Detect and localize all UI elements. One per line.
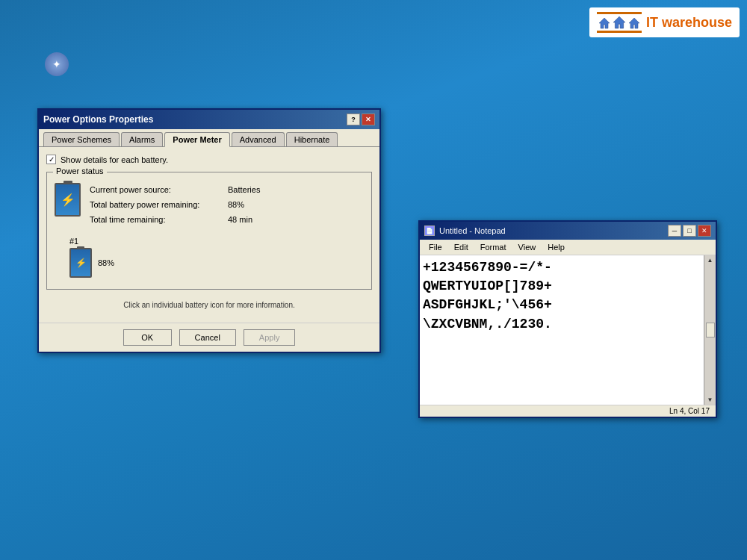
dialog-tabs: Power Schemes Alarms Power Meter Advance… <box>39 129 379 147</box>
house-icon-1 <box>598 17 610 29</box>
checkbox-row: ✓ Show details for each battery. <box>46 155 372 164</box>
logo-text: IT warehouse <box>646 15 732 31</box>
notepad-window: 📄 Untitled - Notepad ─ □ ✕ File Edit For… <box>418 220 717 418</box>
notepad-statusbar: Ln 4, Col 17 <box>420 405 716 417</box>
current-source-value: Batteries <box>228 183 260 198</box>
time-remaining-label: Total time remaining: <box>90 213 220 228</box>
menu-help[interactable]: Help <box>542 241 571 253</box>
tab-hibernate[interactable]: Hibernate <box>286 132 338 146</box>
desktop: ✦ IT warehouse Power Optio <box>0 0 747 560</box>
notepad-line-2: QWERTYUIOP[]789+ <box>423 277 701 296</box>
notepad-title-left: 📄 Untitled - Notepad <box>424 225 506 236</box>
menu-file[interactable]: File <box>423 241 448 253</box>
battery-small-bolt: ⚡ <box>75 258 87 268</box>
notepad-text[interactable]: +1234567890-=/*- QWERTYUIOP[]789+ ASDFGH… <box>420 255 704 405</box>
battery-icon-large: ⚡ <box>55 183 81 217</box>
dialog-titlebar: Power Options Properties ? ✕ <box>39 110 379 129</box>
battery-bolt-icon: ⚡ <box>61 193 75 207</box>
notepad-title: Untitled - Notepad <box>439 226 506 235</box>
desktop-icon[interactable]: ✦ <box>45 52 69 76</box>
power-status-row: ⚡ Current power source: Batteries Total … <box>55 177 364 233</box>
logo-area: IT warehouse <box>589 7 740 37</box>
dialog-buttons: OK Cancel Apply <box>39 323 379 352</box>
apply-button[interactable]: Apply <box>244 329 296 346</box>
battery-small-container: ⚡ 88% <box>69 248 114 278</box>
show-details-checkbox[interactable]: ✓ <box>46 155 56 164</box>
house-icon-2 <box>613 16 626 29</box>
time-remaining-value: 48 min <box>228 213 252 228</box>
notepad-maximize-button[interactable]: □ <box>683 225 696 237</box>
notepad-titlebar: 📄 Untitled - Notepad ─ □ ✕ <box>420 222 716 240</box>
power-info: Current power source: Batteries Total ba… <box>90 183 260 227</box>
titlebar-buttons: ? ✕ <box>347 113 375 125</box>
footer-note: Click an individual battery icon for mor… <box>46 301 372 309</box>
svg-marker-1 <box>613 16 625 28</box>
notepad-line-3: ASDFGHJKL;'\456+ <box>423 296 701 314</box>
scroll-thumb[interactable] <box>706 323 715 337</box>
checkbox-label: Show details for each battery. <box>61 155 168 164</box>
svg-marker-0 <box>599 18 610 28</box>
dialog-content: ✓ Show details for each battery. Power s… <box>39 147 379 323</box>
notepad-icon: 📄 <box>424 225 435 236</box>
battery-section-1: #1 ⚡ 88% <box>55 233 364 281</box>
notepad-cursor-position: Ln 4, Col 17 <box>669 407 710 415</box>
current-source-label: Current power source: <box>90 183 220 198</box>
notepad-minimize-button[interactable]: ─ <box>668 225 681 237</box>
notepad-line-1: +1234567890-=/*- <box>423 258 701 277</box>
ok-button[interactable]: OK <box>123 329 172 346</box>
battery-remaining-row: Total battery power remaining: 88% <box>90 198 260 213</box>
notepad-titlebar-buttons: ─ □ ✕ <box>668 225 711 237</box>
notepad-close-button[interactable]: ✕ <box>698 225 711 237</box>
tab-power-schemes[interactable]: Power Schemes <box>43 132 120 146</box>
house-icon-3 <box>628 17 640 29</box>
current-source-row: Current power source: Batteries <box>90 183 260 198</box>
notepad-menubar: File Edit Format View Help <box>420 240 716 255</box>
notepad-line-4: \ZXCVBNM,./1230. <box>423 315 701 334</box>
dialog-title: Power Options Properties <box>43 114 153 125</box>
power-status-group: Power status ⚡ Current power source: Bat… <box>46 172 372 290</box>
help-button[interactable]: ? <box>347 113 360 125</box>
battery-percent-1: 88% <box>98 258 114 267</box>
tab-power-meter[interactable]: Power Meter <box>164 132 229 147</box>
tab-alarms[interactable]: Alarms <box>121 132 163 146</box>
time-remaining-row: Total time remaining: 48 min <box>90 213 260 228</box>
cancel-button[interactable]: Cancel <box>179 329 236 346</box>
battery-number-1: #1 <box>69 237 78 246</box>
battery-icon-small-1[interactable]: ⚡ <box>69 248 92 278</box>
menu-format[interactable]: Format <box>474 241 512 253</box>
group-label: Power status <box>53 167 107 175</box>
notepad-content-area: +1234567890-=/*- QWERTYUIOP[]789+ ASDFGH… <box>420 255 716 405</box>
battery-remaining-label: Total battery power remaining: <box>90 198 220 213</box>
close-button[interactable]: ✕ <box>362 113 375 125</box>
power-options-dialog: Power Options Properties ? ✕ Power Schem… <box>37 108 381 353</box>
desktop-icon-image: ✦ <box>45 52 69 76</box>
battery-remaining-value: 88% <box>228 198 244 213</box>
menu-view[interactable]: View <box>512 241 542 253</box>
svg-marker-2 <box>629 18 639 28</box>
tab-advanced[interactable]: Advanced <box>232 132 285 146</box>
notepad-scrollbar[interactable]: ▲ ▼ <box>704 255 716 405</box>
menu-edit[interactable]: Edit <box>448 241 474 253</box>
